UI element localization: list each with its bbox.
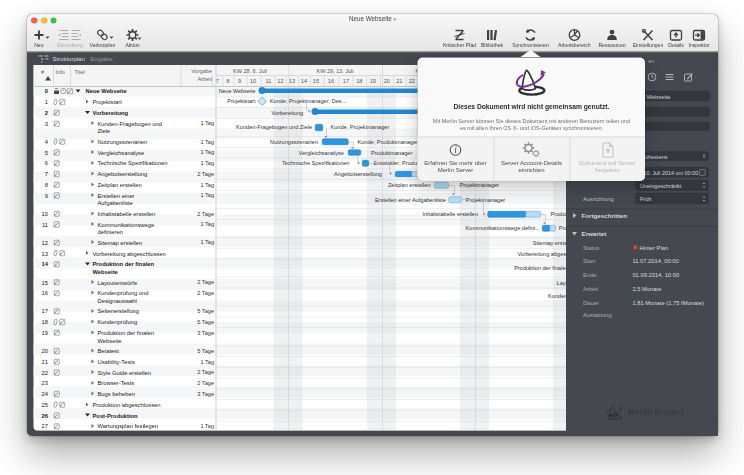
svg-text:i: i [454, 145, 457, 155]
